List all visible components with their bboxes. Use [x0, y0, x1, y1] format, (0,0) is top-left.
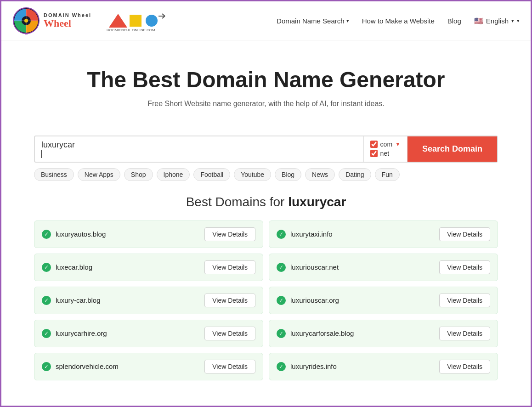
svg-text:HOCMIENPHI: HOCMIENPHI: [107, 28, 130, 32]
tag-item[interactable]: News: [305, 168, 335, 181]
available-icon: ✓: [42, 230, 51, 239]
search-cursor: [41, 150, 42, 158]
available-icon: ✓: [42, 263, 51, 272]
header: DOMAIN Wheel Wheel HOCMIENPHI ONLINE.COM…: [1, 1, 531, 40]
result-row: ✓luxecar.blogView Details: [34, 254, 263, 281]
result-row: ✓luxuriouscar.netView Details: [269, 254, 498, 281]
svg-text:ONLINE.COM: ONLINE.COM: [132, 28, 155, 32]
tag-item[interactable]: Shop: [124, 168, 153, 181]
view-details-button[interactable]: View Details: [204, 227, 255, 241]
tld-dropdown-btn[interactable]: ▼: [395, 141, 401, 147]
tld-options: com ▼ net: [364, 136, 407, 162]
logo-link[interactable]: DOMAIN Wheel Wheel: [12, 7, 91, 34]
search-area: com ▼ net Search Domain: [25, 136, 507, 163]
available-icon: ✓: [42, 362, 51, 371]
view-details-button[interactable]: View Details: [439, 227, 490, 241]
svg-point-8: [146, 15, 158, 27]
domain-name: luxurycarhire.org: [56, 329, 107, 337]
available-icon: ✓: [42, 329, 51, 338]
result-left: ✓luxury-car.blog: [42, 296, 101, 305]
result-row: ✓luxurycarforsale.blogView Details: [269, 320, 498, 347]
search-domain-button[interactable]: Search Domain: [407, 136, 497, 162]
result-left: ✓luxuryautos.blog: [42, 230, 106, 239]
tag-item[interactable]: New Apps: [78, 168, 120, 181]
domain-name: luxurytaxi.info: [290, 230, 333, 238]
available-icon: ✓: [277, 263, 286, 272]
available-icon: ✓: [42, 296, 51, 305]
nav-blog[interactable]: Blog: [447, 17, 461, 25]
result-row: ✓splendorvehicle.comView Details: [34, 353, 263, 380]
result-left: ✓luxurytaxi.info: [277, 230, 333, 239]
domain-name: luxuryautos.blog: [56, 230, 106, 238]
nav-language[interactable]: 🇺🇸 English ▾: [474, 17, 520, 25]
search-bar: com ▼ net Search Domain: [34, 136, 498, 163]
result-left: ✓luxuriouscar.net: [277, 263, 339, 272]
chevron-down-icon: ▼: [395, 141, 401, 147]
result-row: ✓luxuryautos.blogView Details: [34, 220, 263, 248]
tag-item[interactable]: Business: [34, 168, 74, 181]
available-icon: ✓: [277, 296, 286, 305]
result-left: ✓splendorvehicle.com: [42, 362, 119, 371]
hero-title: The Best Domain Name Generator: [11, 68, 521, 92]
logo-wheel-text: Wheel: [44, 18, 91, 29]
svg-marker-6: [109, 14, 127, 28]
domain-name: luxuryrides.info: [290, 362, 337, 370]
result-row: ✓luxurytaxi.infoView Details: [269, 220, 498, 248]
tag-item[interactable]: Youtube: [234, 168, 271, 181]
view-details-button[interactable]: View Details: [439, 260, 490, 274]
results-section: Best Domains for luxurycar ✓luxuryautos.…: [25, 195, 507, 399]
logo-icon: [12, 7, 40, 34]
tld-com-row: com ▼: [370, 141, 401, 148]
view-details-button[interactable]: View Details: [204, 360, 255, 373]
search-input[interactable]: [41, 140, 357, 150]
svg-point-4: [24, 19, 28, 23]
view-details-button[interactable]: View Details: [204, 327, 255, 340]
hero-subtitle: Free Short Website name generator, with …: [11, 100, 521, 108]
result-left: ✓luxurycarforsale.blog: [277, 329, 354, 338]
partner-logo: HOCMIENPHI ONLINE.COM: [104, 9, 169, 32]
domain-name: luxury-car.blog: [56, 296, 101, 304]
result-row: ✓luxuryrides.infoView Details: [269, 353, 498, 380]
available-icon: ✓: [277, 230, 286, 239]
svg-rect-5: [25, 33, 28, 34]
chevron-down-icon: ▾: [511, 18, 514, 24]
nav-how-to[interactable]: How to Make a Website: [362, 17, 435, 25]
results-title-prefix: Best Domains for: [186, 195, 289, 209]
view-details-button[interactable]: View Details: [204, 294, 255, 307]
view-details-button[interactable]: View Details: [439, 327, 490, 340]
tag-item[interactable]: Football: [193, 168, 230, 181]
search-input-wrap: [35, 136, 364, 162]
language-label: English: [486, 17, 509, 25]
results-title: Best Domains for luxurycar: [34, 195, 498, 209]
results-grid: ✓luxuryautos.blogView Details✓luxurytaxi…: [34, 220, 498, 380]
result-row: ✓luxurycarhire.orgView Details: [34, 320, 263, 347]
tag-item[interactable]: Dating: [339, 168, 371, 181]
domain-name: splendorvehicle.com: [56, 362, 119, 370]
view-details-button[interactable]: View Details: [439, 294, 490, 307]
tag-item[interactable]: Iphone: [157, 168, 190, 181]
tag-item[interactable]: Fun: [375, 168, 400, 181]
tag-item[interactable]: Blog: [275, 168, 301, 181]
view-details-button[interactable]: View Details: [439, 360, 490, 373]
tld-com-checkbox[interactable]: [370, 141, 378, 148]
result-left: ✓luxurycarhire.org: [42, 329, 107, 338]
hero-section: The Best Domain Name Generator Free Shor…: [1, 40, 531, 122]
results-title-keyword: luxurycar: [288, 195, 346, 209]
domain-name: luxuriouscar.org: [290, 296, 339, 304]
domain-name: luxuriouscar.net: [290, 263, 339, 271]
domain-name: luxurycarforsale.blog: [290, 329, 354, 337]
result-left: ✓luxuriouscar.org: [277, 296, 339, 305]
view-details-button[interactable]: View Details: [204, 260, 255, 274]
flag-icon: 🇺🇸: [474, 17, 483, 25]
available-icon: ✓: [277, 329, 286, 338]
nav-domain-search[interactable]: Domain Name Search: [277, 17, 349, 25]
svg-rect-7: [130, 15, 141, 27]
tld-net-label: net: [380, 150, 389, 157]
available-icon: ✓: [277, 362, 286, 371]
main-nav: Domain Name Search How to Make a Website…: [277, 17, 520, 25]
tags-row: BusinessNew AppsShopIphoneFootballYoutub…: [25, 168, 507, 181]
result-row: ✓luxuriouscar.orgView Details: [269, 287, 498, 314]
result-row: ✓luxury-car.blogView Details: [34, 287, 263, 314]
tld-net-checkbox[interactable]: [370, 150, 378, 157]
domain-name: luxecar.blog: [56, 263, 92, 271]
